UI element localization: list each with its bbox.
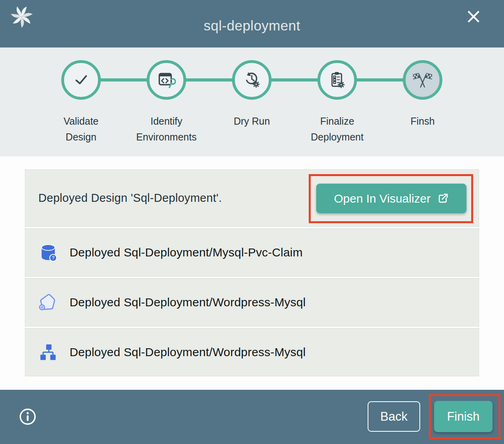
modal-header: sql-deployment [0,0,504,47]
open-in-visualizer-label: Open In Visualizer [334,192,431,205]
external-link-icon [437,193,449,205]
result-row-wordpress-mysql-2: Deployed Sql-Deployment/Wordpress-Mysql [25,328,479,376]
info-icon [18,407,37,426]
result-row-wordpress-mysql-1: Deployed Sql-Deployment/Wordpress-Mysql [25,278,479,326]
modal-footer [0,390,504,444]
close-button[interactable] [463,6,484,27]
finish-flags-icon [413,70,432,89]
finish-button[interactable]: Finish [434,401,493,432]
deployed-design-message: Deployed Design 'Sql-Deployment'. [25,192,222,205]
result-row-text: Deployed Sql-Deployment/Wordpress-Mysql [70,296,306,309]
step-dry-run[interactable] [232,60,272,100]
gear-icon [338,82,345,88]
step-finalize-deployment[interactable] [317,60,357,100]
wizard-stepper: Validate Design Identify Environments Dr… [0,47,504,156]
open-in-visualizer-button[interactable]: Open In Visualizer [316,184,466,213]
code-wrench-icon [157,70,176,89]
step-label-validate-design: Validate Design [47,113,115,145]
dry-run-icon [242,70,261,89]
info-button[interactable] [18,407,37,426]
pentagon-icon [38,292,58,312]
result-row-text: Deployed Sql-Deployment/Wordpress-Mysql [70,345,306,359]
deployment-wizard-modal: sql-deployment [0,0,504,444]
svg-text:?: ? [52,255,55,261]
result-row-text: Deployed Sql-Deployment/Mysql-Pvc-Claim [70,246,303,259]
step-validate-design[interactable] [61,60,101,100]
close-icon [466,9,481,25]
hierarchy-icon [38,342,58,362]
gear-icon [253,81,260,88]
step-label-finalize-deployment: Finalize Deployment [304,113,371,145]
step-label-finish: Finsh [389,113,456,129]
check-icon [72,70,91,89]
step-label-dry-run: Dry Run [218,113,285,129]
database-icon: ? [38,243,58,262]
clipboard-gear-icon [328,70,347,89]
step-label-identify-environments: Identify Environments [133,113,200,145]
back-button[interactable]: Back [368,401,420,432]
result-row-mysql-pvc-claim: ? Deployed Sql-Deployment/Mysql-Pvc-Clai… [25,228,479,277]
step-identify-environments[interactable] [147,60,186,100]
step-finish[interactable] [403,60,442,100]
